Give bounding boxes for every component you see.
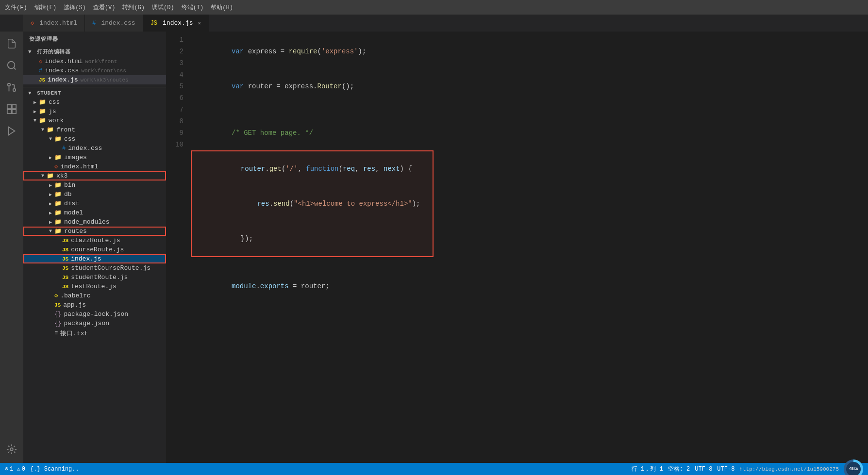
folder-node-modules[interactable]: ▶ 📁 node_modules — [23, 217, 166, 227]
menu-edit[interactable]: 编辑(E) — [34, 3, 57, 12]
open-editor-css[interactable]: # index.css work\front\css — [23, 66, 166, 75]
activity-extensions[interactable] — [2, 99, 21, 119]
css-icon: # — [92, 20, 96, 27]
js-icon: JS — [62, 275, 68, 280]
menu-view[interactable]: 查看(V) — [93, 3, 116, 12]
open-editors-section: ▼ 打开的编辑器 ◇ index.html work\front # index… — [23, 47, 166, 87]
progress-circle: 48% — [844, 459, 863, 475]
file-babelrc[interactable]: ⚙ .babelrc — [23, 291, 166, 300]
css-icon: # — [62, 145, 66, 152]
sidebar: 资源管理器 ▼ 打开的编辑器 ◇ index.html work\front #… — [23, 32, 167, 463]
url-text: http://blog.csdn.net/1u15900275 — [739, 466, 839, 472]
folder-front-images[interactable]: ▶ 📁 images — [23, 153, 166, 162]
folder-bin[interactable]: ▶ 📁 bin — [23, 180, 166, 190]
folder-icon: 📁 — [47, 172, 54, 180]
editor-area: 1 2 3 4 5 6 7 8 9 10 var express = requi… — [167, 32, 868, 463]
menu-terminal[interactable]: 终端(T) — [182, 3, 204, 12]
folder-arrow: ▶ — [47, 201, 54, 207]
js-icon: JS — [62, 247, 68, 253]
file-studentcourseroute[interactable]: JS studentCourseRoute.js — [23, 263, 166, 273]
encoding[interactable]: UTF-8 — [695, 466, 712, 473]
scanning-text: Scanning.. — [44, 466, 79, 473]
folder-db[interactable]: ▶ 📁 db — [23, 190, 166, 199]
file-label: index.html — [60, 163, 98, 170]
file-courseroute[interactable]: JS courseRoute.js — [23, 245, 166, 254]
tab-index-css[interactable]: # index.css — [85, 15, 143, 32]
folder-xk3[interactable]: ▼ 📁 xk3 — [23, 171, 166, 180]
txt-icon: ≡ — [54, 330, 58, 337]
file-label: studentRoute.js — [71, 274, 128, 281]
code-container[interactable]: 1 2 3 4 5 6 7 8 9 10 var express = requi… — [167, 32, 868, 463]
spaces[interactable]: 空格: 2 — [668, 465, 690, 473]
tab-close-button[interactable]: ✕ — [198, 20, 201, 26]
folder-routes[interactable]: ▼ 📁 routes — [23, 227, 166, 236]
activity-debug[interactable] — [2, 121, 21, 141]
file-testroute[interactable]: JS testRoute.js — [23, 282, 166, 291]
folder-work[interactable]: ▼ 📁 work — [23, 116, 166, 125]
status-scanning: {.} Scanning.. — [30, 466, 79, 473]
folder-arrow: ▼ — [47, 136, 54, 142]
open-editor-html[interactable]: ◇ index.html work\front — [23, 57, 166, 66]
code-line-6: res.send("<h1>welcome to express</h1>"); — [192, 186, 433, 221]
menu-debug[interactable]: 调试(D) — [152, 3, 174, 12]
activity-bar — [0, 32, 23, 463]
file-studentroute[interactable]: JS studentRoute.js — [23, 273, 166, 282]
open-editor-js[interactable]: JS index.js work\xk3\routes — [23, 75, 166, 84]
file-package-lock[interactable]: {} package-lock.json — [23, 310, 166, 319]
file-package-json[interactable]: {} package.json — [23, 319, 166, 328]
main-layout: 资源管理器 ▼ 打开的编辑器 ◇ index.html work\front #… — [0, 32, 868, 463]
file-label: package.json — [64, 320, 109, 327]
svg-point-10 — [10, 448, 13, 451]
line-numbers: 1 2 3 4 5 6 7 8 9 10 — [167, 32, 191, 463]
html-file-icon: ◇ — [39, 58, 42, 65]
file-index-js-active[interactable]: JS index.js — [23, 254, 166, 263]
file-appjs[interactable]: JS app.js — [23, 300, 166, 310]
folder-model[interactable]: ▶ 📁 model — [23, 208, 166, 217]
file-front-indexhtml[interactable]: ◇ index.html — [23, 162, 166, 171]
file-label: .babelrc — [60, 292, 90, 299]
folder-icon: 📁 — [54, 154, 62, 161]
tab-index-html[interactable]: ◇ index.html — [23, 15, 85, 32]
svg-rect-8 — [12, 110, 16, 114]
folder-icon: 📁 — [54, 200, 62, 207]
folder-label: model — [64, 209, 83, 216]
status-bar: ⊗ 1 ⚠ 0 {.} Scanning.. 行 1，列 1 空格: 2 UTF… — [0, 463, 868, 475]
error-icon: ⊗ — [5, 465, 8, 473]
menu-help[interactable]: 帮助(H) — [211, 3, 233, 12]
folder-icon: 📁 — [54, 191, 62, 198]
file-label: app.js — [63, 301, 86, 309]
folder-arrow: ▼ — [31, 118, 39, 123]
file-jiekou[interactable]: ≡ 接口.txt — [23, 328, 166, 339]
folder-label: work — [49, 117, 64, 124]
folder-label: js — [49, 108, 56, 115]
js-icon: JS — [54, 302, 61, 308]
folder-front-css[interactable]: ▼ 📁 css — [23, 134, 166, 144]
file-clazzroute[interactable]: JS clazzRoute.js — [23, 236, 166, 245]
folder-icon: 📁 — [54, 218, 62, 226]
activity-settings[interactable] — [2, 440, 21, 459]
code-editor[interactable]: var express = require('express'); var ro… — [191, 32, 861, 463]
html-icon: ◇ — [54, 163, 58, 170]
activity-git[interactable] — [2, 78, 21, 97]
html-icon: ◇ — [31, 19, 34, 27]
svg-marker-9 — [9, 127, 15, 135]
menu-file[interactable]: 文件(F) — [5, 3, 27, 12]
student-section[interactable]: ▼ STUDENT — [23, 89, 166, 98]
activity-files[interactable] — [2, 34, 21, 53]
line-ending[interactable]: UTF-8 — [717, 466, 734, 473]
folder-dist[interactable]: ▶ 📁 dist — [23, 199, 166, 208]
open-editors-label[interactable]: ▼ 打开的编辑器 — [23, 47, 166, 57]
file-front-css-indexcss[interactable]: # index.css — [23, 144, 166, 153]
folder-front[interactable]: ▼ 📁 front — [23, 125, 166, 134]
cursor-position[interactable]: 行 1，列 1 — [632, 465, 663, 473]
activity-search[interactable] — [2, 56, 21, 75]
folder-js[interactable]: ▶ 📁 js — [23, 107, 166, 116]
code-line-5: router.get('/', function(req, res, next)… — [192, 151, 433, 186]
tab-index-js[interactable]: JS index.js ✕ — [143, 15, 209, 32]
status-errors[interactable]: ⊗ 1 ⚠ 0 — [5, 465, 25, 473]
scrollbar[interactable] — [861, 32, 868, 463]
menu-select[interactable]: 选择(S) — [64, 3, 86, 12]
folder-css[interactable]: ▶ 📁 css — [23, 98, 166, 107]
file-label: studentCourseRoute.js — [71, 264, 150, 272]
menu-goto[interactable]: 转到(G) — [122, 3, 145, 12]
